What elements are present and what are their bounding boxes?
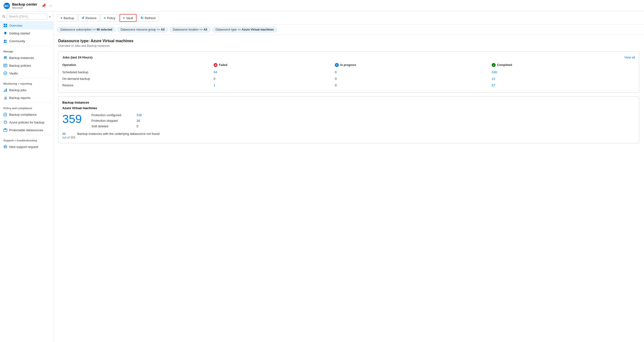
op-ondemand: On-demand backup — [62, 76, 204, 82]
jobs-table-header: Operation ✕ Failed ↻ In progress — [62, 62, 635, 69]
filter-subscription-value: 66 selected — [96, 28, 112, 31]
instances-card: Backup instances Azure Virtual machines … — [58, 96, 639, 143]
stat-value-softdeleted: 5 — [136, 124, 138, 128]
jobs-card: Jobs (last 24 Hours) View all Operation … — [58, 52, 639, 93]
ondemand-failed: 0 — [214, 77, 215, 80]
new-support-label: New support request — [9, 145, 38, 149]
svg-point-2 — [3, 15, 4, 17]
app-icon: BC — [4, 2, 10, 9]
filter-subscription[interactable]: Datasource subscription == 66 selected — [57, 27, 116, 32]
col-operation: Operation — [62, 62, 204, 69]
sidebar-item-protectable[interactable]: Protectable datasources — [0, 126, 53, 134]
view-all-link[interactable]: View all — [624, 56, 635, 59]
table-row: Restore 1 0 57 — [62, 82, 635, 88]
filter-resource-group-value: All — [161, 28, 164, 31]
scheduled-inprogress[interactable]: 8 — [335, 70, 336, 74]
svg-line-3 — [4, 17, 5, 18]
stat-row-stopped: Protection stopped 16 — [92, 119, 142, 122]
inprogress-icon: ↻ — [335, 63, 339, 67]
page-title: Datasource type: Azure Virtual machines — [58, 39, 639, 43]
filter-resource-group[interactable]: Datasource resource group == All — [117, 27, 168, 32]
backup-instances-icon — [4, 56, 7, 60]
main-content: + Backup ↺ Restore + Policy + Vault ↻ Re… — [53, 12, 644, 342]
policy-button[interactable]: + Policy — [100, 14, 118, 22]
restore-completed[interactable]: 57 — [492, 84, 495, 87]
sidebar-item-backup-jobs[interactable]: Backup jobs — [0, 86, 53, 94]
overview-icon — [4, 24, 7, 28]
instances-big-number[interactable]: 359 — [62, 113, 82, 125]
search-input[interactable] — [7, 14, 48, 20]
stat-value-configured[interactable]: 338 — [136, 113, 142, 117]
getting-started-label: Getting started — [9, 32, 30, 35]
backup-instances-label: Backup instances — [9, 56, 34, 60]
sidebar-item-backup-instances[interactable]: Backup instances — [0, 54, 53, 62]
refresh-btn-label: Refresh — [145, 16, 156, 20]
vault-button[interactable]: + Vault — [120, 14, 136, 22]
community-icon — [4, 39, 7, 43]
sidebar-item-overview[interactable]: Overview — [0, 22, 53, 29]
sidebar-item-community[interactable]: Community — [0, 37, 53, 45]
filter-location[interactable]: Datasource location == All — [170, 27, 210, 32]
filter-type[interactable]: Datasource type == Azure Virtual machine… — [212, 27, 277, 32]
vault-plus-icon: + — [123, 16, 125, 20]
footer-out-of: out of 359 — [62, 136, 75, 139]
svg-point-9 — [5, 40, 7, 41]
community-label: Community — [9, 39, 25, 43]
sidebar-item-getting-started[interactable]: Getting started — [0, 29, 53, 37]
instances-card-subtitle: Azure Virtual machines — [62, 106, 635, 110]
stat-row-configured: Protection configured 338 — [92, 113, 142, 117]
backup-plus-icon: + — [60, 16, 62, 20]
backup-jobs-label: Backup jobs — [9, 88, 26, 92]
svg-rect-24 — [6, 96, 6, 100]
page-content: Datasource type: Azure Virtual machines … — [53, 35, 644, 147]
collapse-icon[interactable]: « — [49, 14, 51, 18]
backup-reports-label: Backup reports — [9, 96, 30, 100]
backup-compliance-label: Backup compliance — [9, 113, 36, 116]
svg-point-27 — [4, 121, 7, 124]
policy-plus-icon: + — [104, 16, 106, 20]
sidebar-item-backup-policies[interactable]: Backup policies — [0, 62, 53, 69]
filters-bar: Datasource subscription == 66 selected D… — [53, 24, 644, 35]
stat-label-softdeleted: Soft deleted — [92, 124, 133, 128]
support-divider — [4, 135, 50, 135]
restore-failed[interactable]: 1 — [214, 84, 215, 87]
sidebar-item-vaults[interactable]: Vaults — [0, 69, 53, 77]
backup-policies-icon — [4, 64, 7, 68]
overview-label: Overview — [9, 24, 22, 28]
svg-point-18 — [5, 73, 6, 74]
backup-button[interactable]: + Backup — [57, 14, 77, 22]
col-completed-label: Completed — [497, 63, 512, 67]
sidebar-item-backup-compliance[interactable]: Backup compliance — [0, 110, 53, 118]
refresh-button[interactable]: ↻ Refresh — [138, 14, 159, 22]
top-bar: BC Backup center Microsoft 📌 ··· — [0, 0, 644, 12]
manage-section-label: Manage — [0, 47, 53, 54]
jobs-table: Operation ✕ Failed ↻ In progress — [62, 62, 635, 88]
failed-icon: ✕ — [214, 63, 218, 67]
protectable-label: Protectable datasources — [9, 128, 43, 132]
filter-location-value: All — [204, 28, 207, 31]
policy-btn-label: Policy — [107, 16, 116, 20]
op-restore: Restore — [62, 82, 204, 88]
stat-row-softdeleted: Soft deleted 5 — [92, 124, 142, 128]
stat-value-stopped: 16 — [136, 119, 140, 122]
footer-desc: Backup instances with the underlying dat… — [77, 132, 160, 136]
op-scheduled: Scheduled backup — [62, 69, 204, 76]
pin-icon[interactable]: 📌 — [42, 4, 46, 8]
sidebar-item-azure-policies[interactable]: Azure policies for backup — [0, 118, 53, 126]
azure-policies-label: Azure policies for backup — [9, 120, 44, 124]
scheduled-failed[interactable]: 64 — [214, 70, 217, 74]
sidebar-item-support[interactable]: New support request — [0, 143, 53, 151]
footer-number[interactable]: 86 — [62, 132, 66, 136]
table-row: On-demand backup 0 0 12 — [62, 76, 635, 82]
backup-jobs-icon — [4, 88, 7, 92]
col-completed: ✓ Completed — [482, 62, 635, 69]
svg-rect-6 — [4, 26, 5, 27]
restore-button[interactable]: ↺ Restore — [78, 14, 100, 22]
ondemand-completed[interactable]: 12 — [492, 77, 495, 80]
more-icon[interactable]: ··· — [49, 4, 52, 8]
scheduled-completed[interactable]: 246 — [492, 70, 497, 74]
vaults-label: Vaults — [9, 72, 18, 75]
sidebar-item-backup-reports[interactable]: Backup reports — [0, 94, 53, 102]
jobs-card-title: Jobs (last 24 Hours) — [62, 56, 92, 59]
backup-reports-icon — [4, 96, 7, 100]
